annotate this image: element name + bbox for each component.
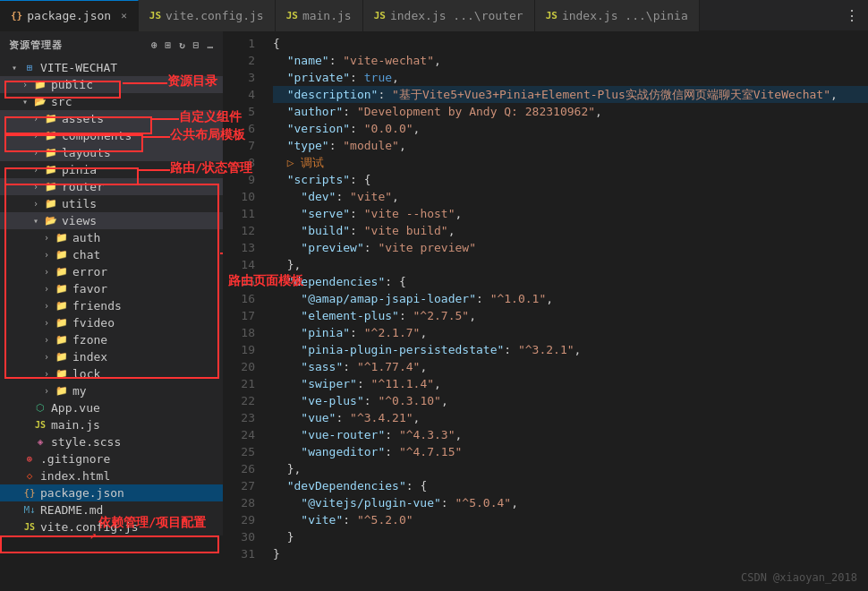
folder-icon: ⊞ [21, 62, 38, 73]
tree-item-public[interactable]: › 📁 public [0, 76, 223, 93]
tree-item-index[interactable]: › 📁 index [0, 348, 223, 365]
tab-close-button[interactable]: ✕ [121, 10, 127, 21]
chevron-right-icon: › [39, 233, 54, 243]
tree-item-style[interactable]: ◈ style.scss [0, 433, 223, 450]
sidebar-header-icons: ⊕ ⊞ ↻ ⊟ … [151, 39, 214, 51]
tree-item-readme[interactable]: M↓ README.md [0, 501, 223, 518]
tree-item-packagejson[interactable]: {} package.json [0, 484, 223, 501]
chevron-right-icon: › [29, 199, 43, 209]
tree-item-fzone[interactable]: › 📁 fzone [0, 331, 223, 348]
tree-item-layouts[interactable]: › 📁 layouts [0, 144, 223, 161]
js-icon: JS [374, 10, 386, 21]
folder-icon: 📁 [54, 249, 70, 261]
tab-main-js[interactable]: JS main.js [276, 0, 363, 31]
js-icon: JS [21, 522, 38, 532]
sidebar: 资源管理器 ⊕ ⊞ ↻ ⊟ … ▾ ⊞ VITE-WECHAT › 📁 pub [0, 31, 224, 535]
code-line-14: }, [273, 256, 868, 273]
tree-item-indexhtml[interactable]: ◇ index.html [0, 467, 223, 484]
code-line-26: }, [273, 460, 868, 477]
tree-item-friends[interactable]: › 📁 friends [0, 297, 223, 314]
chevron-down-icon: ▾ [29, 216, 43, 226]
new-file-icon[interactable]: ⊕ [151, 39, 158, 51]
chevron-right-icon: › [39, 352, 54, 362]
chevron-right-icon: › [39, 284, 54, 294]
tree-item-auth[interactable]: › 📁 auth [0, 229, 223, 246]
chevron-right-icon: › [18, 80, 32, 90]
js-icon: JS [546, 10, 557, 21]
code-line-23: "vue": "^3.4.21", [273, 409, 868, 426]
folder-icon: 📂 [43, 215, 59, 227]
chevron-down-icon: ▾ [7, 63, 21, 73]
chevron-right-icon: › [39, 335, 54, 345]
tree-item-appvue[interactable]: ⬡ App.vue [0, 399, 223, 416]
new-folder-icon[interactable]: ⊞ [166, 39, 173, 51]
line-numbers: 12345 678910 1112131415 1617181920 21222… [224, 31, 264, 591]
folder-icon: 📁 [54, 283, 70, 295]
tab-package-json[interactable]: {} package.json ✕ [0, 0, 139, 31]
tree-item-error[interactable]: › 📁 error [0, 263, 223, 280]
more-tabs-button[interactable]: ⋮ [836, 7, 868, 24]
folder-icon: 📁 [43, 198, 59, 210]
tab-pinia-index[interactable]: JS index.js ...\pinia [535, 0, 700, 31]
code-editor[interactable]: { "name": "vite-wechat", "private": true… [264, 31, 868, 591]
folder-icon: 📁 [43, 113, 59, 124]
code-line-1: { [273, 35, 868, 52]
code-line-17: "element-plus": "^2.7.5", [273, 307, 868, 324]
tree-item-fvideo[interactable]: › 📁 fvideo [0, 314, 223, 331]
chevron-right-icon: › [39, 369, 54, 379]
tab-vite-config[interactable]: JS vite.config.js [139, 0, 276, 31]
code-line-15: "dependencies": { [273, 273, 868, 290]
tree-item-assets[interactable]: › 📁 assets [0, 110, 223, 127]
code-line-19: "pinia-plugin-persistedstate": "^3.2.1", [273, 341, 868, 358]
css-icon: ◈ [32, 436, 48, 448]
md-icon: M↓ [21, 504, 38, 516]
folder-icon: 📁 [54, 385, 70, 397]
tree-item-lock[interactable]: › 📁 lock [0, 365, 223, 382]
code-line-4: "description": "基于Vite5+Vue3+Pinia+Eleme… [273, 86, 868, 103]
tree-item-my[interactable]: › 📁 my [0, 382, 223, 399]
tree-item-views[interactable]: ▾ 📂 views [0, 212, 223, 229]
tab-bar: {} package.json ✕ JS vite.config.js JS m… [0, 0, 868, 31]
code-line-20: "sass": "^1.77.4", [273, 358, 868, 375]
tree-root[interactable]: ▾ ⊞ VITE-WECHAT [0, 59, 223, 76]
tree-item-pinia[interactable]: › 📁 pinia [0, 161, 223, 178]
folder-icon: 📁 [54, 351, 70, 363]
watermark: CSDN @xiaoyan_2018 [741, 571, 857, 584]
code-line-13: "preview": "vite preview" [273, 239, 868, 256]
tree-item-utils[interactable]: › 📁 utils [0, 195, 223, 212]
tab-router-index[interactable]: JS index.js ...\router [363, 0, 535, 31]
tree-item-viteconfig[interactable]: JS vite.config.js [0, 518, 223, 535]
folder-icon: 📁 [43, 164, 59, 176]
folder-icon: 📁 [54, 266, 70, 278]
folder-icon: 📂 [32, 96, 48, 107]
chevron-right-icon: › [29, 148, 43, 158]
tree-item-favor[interactable]: › 📁 favor [0, 280, 223, 297]
refresh-icon[interactable]: ↻ [179, 39, 186, 51]
js-icon: JS [149, 10, 161, 21]
tree-item-components[interactable]: › 📁 components [0, 127, 223, 144]
code-line-10: "dev": "vite", [273, 188, 868, 205]
code-line-5: "author": "Development by Andy Q: 282310… [273, 103, 868, 120]
chevron-right-icon: › [29, 114, 43, 124]
html-icon: ◇ [21, 470, 38, 482]
code-line-6: "version": "0.0.0", [273, 120, 868, 137]
ellipsis-icon[interactable]: … [207, 39, 214, 51]
chevron-down-icon: ▾ [18, 97, 32, 107]
tree-item-router[interactable]: › 📁 router [0, 178, 223, 195]
tree-item-src[interactable]: ▾ 📂 src [0, 93, 223, 110]
folder-icon: 📁 [43, 181, 59, 193]
folder-icon: 📁 [43, 130, 59, 141]
folder-icon: 📁 [54, 300, 70, 312]
collapse-icon[interactable]: ⊟ [193, 39, 200, 51]
tree-item-gitignore[interactable]: ⊛ .gitignore [0, 450, 223, 467]
code-line-25: "wangeditor": "^4.7.15" [273, 443, 868, 460]
vue-icon: ⬡ [32, 402, 48, 414]
tree-item-mainjs[interactable]: JS main.js [0, 416, 223, 433]
chevron-right-icon: › [29, 165, 43, 175]
folder-icon: 📁 [54, 232, 70, 244]
code-line-28: "@vitejs/plugin-vue": "^5.0.4", [273, 494, 868, 511]
editor: 12345 678910 1112131415 1617181920 21222… [224, 31, 868, 591]
tree-item-chat[interactable]: › 📁 chat [0, 246, 223, 263]
chevron-right-icon: › [39, 301, 54, 311]
js-icon: JS [32, 420, 48, 430]
